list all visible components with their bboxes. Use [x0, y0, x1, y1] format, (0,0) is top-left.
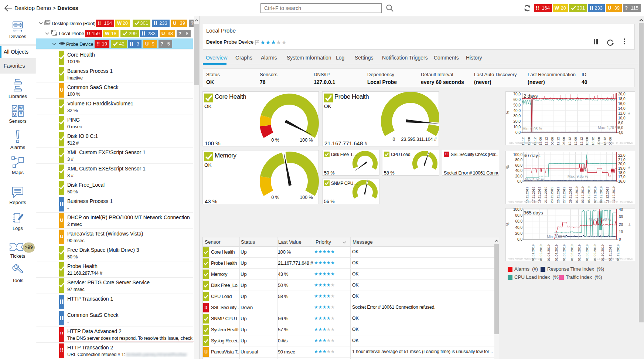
- svg-text:13.12.2019: 13.12.2019: [612, 186, 616, 203]
- svg-text:01.03.2019: 01.03.2019: [547, 244, 551, 261]
- svg-text:06:00: 06:00: [562, 137, 566, 145]
- svg-text:01.02.2019: 01.02.2019: [539, 244, 543, 261]
- svg-text:18:00: 18:00: [585, 137, 589, 145]
- svg-text:12.12: 12.12: [580, 137, 583, 145]
- svg-text:!!: !!: [20, 112, 22, 116]
- svg-text:12:00: 12:00: [527, 137, 531, 145]
- svg-text:17.11.2019: 17.11.2019: [532, 187, 535, 203]
- svg-text:27.11.2019: 27.11.2019: [562, 187, 566, 203]
- svg-text:13.12: 13.12: [603, 137, 607, 145]
- svg-text:12:00: 12:00: [574, 137, 577, 145]
- svg-text:00:00: 00:00: [551, 137, 554, 145]
- svg-text:01.05.2019: 01.05.2019: [562, 244, 566, 261]
- svg-text:01.12.2019: 01.12.2019: [616, 244, 620, 261]
- svg-text:07.12.2019: 07.12.2019: [593, 186, 597, 203]
- svg-text:01.09.2019: 01.09.2019: [593, 244, 597, 261]
- svg-text:29.11.2019: 29.11.2019: [569, 187, 572, 203]
- svg-text:21.11.2019: 21.11.2019: [544, 187, 548, 203]
- svg-text:01.06.2019: 01.06.2019: [570, 244, 574, 261]
- svg-text:05.12.2019: 05.12.2019: [587, 186, 591, 203]
- svg-text:18:00: 18:00: [539, 137, 542, 145]
- svg-text:00:00: 00:00: [597, 137, 601, 145]
- svg-text:19.11.2019: 19.11.2019: [538, 187, 541, 203]
- svg-text:01.04.2019: 01.04.2019: [555, 244, 558, 261]
- svg-text:01.01.2019: 01.01.2019: [531, 244, 535, 261]
- svg-text:01.11.2019: 01.11.2019: [609, 245, 612, 261]
- svg-text:06:00: 06:00: [609, 137, 612, 145]
- svg-text:23.11.2019: 23.11.2019: [550, 187, 554, 203]
- svg-text:W: W: [19, 106, 23, 110]
- svg-text:01.07.2019: 01.07.2019: [577, 244, 581, 261]
- svg-text:12.12: 12.12: [545, 137, 548, 145]
- svg-text:12.12: 12.12: [568, 137, 572, 145]
- svg-text:13.12: 13.12: [591, 137, 595, 145]
- svg-text:25.11.2019: 25.11.2019: [556, 187, 560, 203]
- svg-text:09.12.2019: 09.12.2019: [599, 186, 603, 203]
- svg-text:11.12: 11.12: [533, 137, 537, 145]
- svg-text:12.12: 12.12: [556, 137, 560, 145]
- svg-text:U: U: [13, 112, 16, 116]
- svg-text:01.10.2019: 01.10.2019: [601, 244, 604, 261]
- svg-text:01.12.2019: 01.12.2019: [575, 186, 579, 203]
- svg-text:11.12.2019: 11.12.2019: [606, 187, 609, 203]
- svg-text:11.12: 11.12: [521, 137, 525, 145]
- svg-text:01.08.2019: 01.08.2019: [585, 244, 589, 261]
- svg-text:15.11.2019: 15.11.2019: [525, 187, 529, 203]
- svg-text:03.12.2019: 03.12.2019: [581, 186, 585, 203]
